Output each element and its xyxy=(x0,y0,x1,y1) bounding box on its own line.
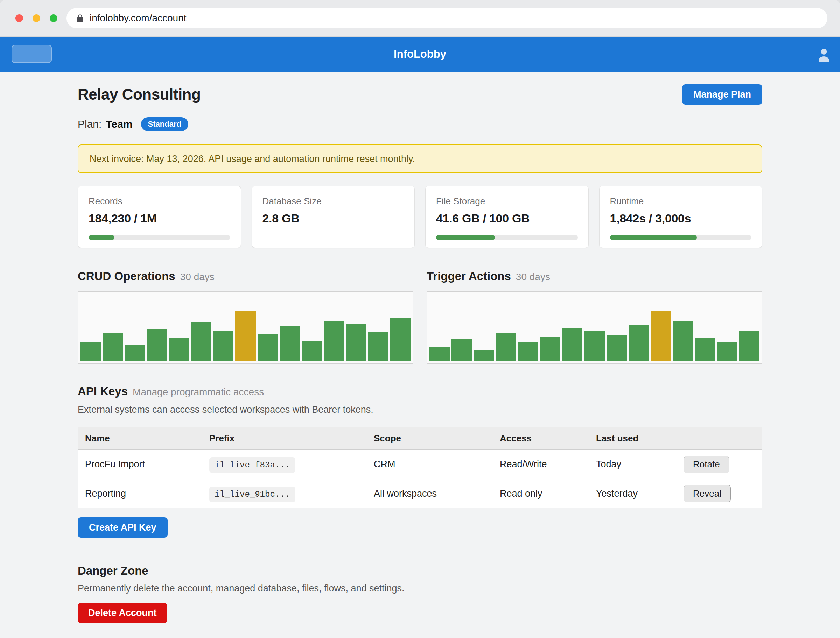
chart-bar xyxy=(169,338,189,361)
chart-bar xyxy=(717,343,737,361)
table-header-row: Name Prefix Scope Access Last used xyxy=(78,428,762,450)
lock-icon xyxy=(76,14,85,23)
chart-bar xyxy=(191,322,211,361)
maximize-window-button[interactable] xyxy=(50,14,57,22)
column-header-scope: Scope xyxy=(367,433,493,444)
section-divider xyxy=(78,551,762,552)
chart-bar xyxy=(390,317,411,361)
page-title: Relay Consulting xyxy=(78,86,201,103)
api-keys-title: API Keys xyxy=(78,385,128,398)
table-row: ProcFu Import il_live_f83a... CRM Read/W… xyxy=(78,450,762,479)
api-key-last-used: Yesterday xyxy=(589,488,677,499)
api-key-scope: CRM xyxy=(367,459,493,470)
chart-bar xyxy=(451,339,472,361)
api-keys-subtitle: Manage programmatic access xyxy=(133,387,264,398)
file-storage-progress-bar xyxy=(436,235,578,240)
runtime-card: Runtime 1,842s / 3,000s xyxy=(599,186,762,248)
chart-bar xyxy=(368,332,389,361)
reveal-key-button[interactable]: Reveal xyxy=(683,485,731,502)
chart-bar xyxy=(103,333,123,361)
chart-bar xyxy=(562,328,582,361)
api-keys-description: External systems can access selected wor… xyxy=(78,404,762,415)
chart-bar xyxy=(125,345,145,361)
column-header-access: Access xyxy=(493,433,589,444)
chart-subtitle: 30 days xyxy=(516,272,550,283)
api-key-access: Read/Write xyxy=(493,459,589,470)
danger-zone-description: Permanently delete the account, managed … xyxy=(78,583,762,594)
minimize-window-button[interactable] xyxy=(33,14,40,22)
chart-bar xyxy=(629,325,649,361)
stat-label: Database Size xyxy=(263,196,404,207)
activity-charts: CRUD Operations 30 days Trigger Actions … xyxy=(78,270,762,364)
chart-bar xyxy=(324,321,344,361)
navbar-placeholder-button[interactable] xyxy=(11,45,52,63)
browser-chrome: infolobby.com/account xyxy=(0,0,840,37)
records-card: Records 184,230 / 1M xyxy=(78,186,241,248)
invoice-notice-text: Next invoice: May 13, 2026. API usage an… xyxy=(90,153,415,164)
chart-bar xyxy=(429,347,450,361)
plan-tier-badge: Standard xyxy=(141,117,188,131)
chart-title: Trigger Actions xyxy=(427,270,511,283)
column-header-name: Name xyxy=(78,433,202,444)
api-key-prefix: il_live_f83a... xyxy=(209,457,296,473)
chart-bar xyxy=(651,311,671,361)
chart-bar xyxy=(346,324,366,361)
api-key-name: Reporting xyxy=(78,488,202,499)
chart-bar xyxy=(673,321,693,361)
plan-label: Plan: xyxy=(78,118,101,130)
api-keys-section: API Keys Manage programmatic access Exte… xyxy=(78,385,762,538)
chart-bar xyxy=(695,338,715,361)
chart-bar xyxy=(280,326,300,361)
delete-account-button[interactable]: Delete Account xyxy=(78,603,167,623)
stat-label: Records xyxy=(89,196,230,207)
stat-value: 41.6 GB / 100 GB xyxy=(436,212,578,225)
plan-name: Team xyxy=(106,118,132,130)
chart-title: CRUD Operations xyxy=(78,270,176,283)
window-controls xyxy=(16,14,57,22)
database-size-card: Database Size 2.8 GB xyxy=(252,186,415,248)
stat-label: Runtime xyxy=(610,196,752,207)
api-key-scope: All workspaces xyxy=(367,488,493,499)
account-page: Relay Consulting Manage Plan Plan: Team … xyxy=(78,84,762,623)
rotate-key-button[interactable]: Rotate xyxy=(683,456,729,473)
chart-bar xyxy=(213,330,233,361)
trigger-actions-chart-section: Trigger Actions 30 days xyxy=(427,270,762,364)
column-header-prefix: Prefix xyxy=(202,433,367,444)
chart-bar xyxy=(518,342,538,361)
table-row: Reporting il_live_91bc... All workspaces… xyxy=(78,479,762,508)
danger-zone-title: Danger Zone xyxy=(78,564,762,578)
chart-bar xyxy=(739,330,759,361)
usage-stats: Records 184,230 / 1M Database Size 2.8 G… xyxy=(78,186,762,248)
crud-operations-chart-section: CRUD Operations 30 days xyxy=(78,270,413,364)
address-bar[interactable]: infolobby.com/account xyxy=(66,8,827,28)
api-keys-table: Name Prefix Scope Access Last used ProcF… xyxy=(78,427,762,508)
stat-label: File Storage xyxy=(436,196,578,207)
api-key-prefix: il_live_91bc... xyxy=(209,486,296,502)
chart-bar xyxy=(584,331,604,361)
invoice-notice-banner: Next invoice: May 13, 2026. API usage an… xyxy=(78,144,762,173)
user-account-icon[interactable] xyxy=(817,46,831,64)
app-navbar: InfoLobby xyxy=(0,37,840,72)
url-text: infolobby.com/account xyxy=(90,13,187,24)
stat-value: 2.8 GB xyxy=(263,212,404,225)
create-api-key-button[interactable]: Create API Key xyxy=(78,517,168,538)
chart-bar xyxy=(302,341,322,361)
stat-value: 1,842s / 3,000s xyxy=(610,212,752,225)
trigger-actions-bar-chart xyxy=(427,291,762,364)
file-storage-card: File Storage 41.6 GB / 100 GB xyxy=(425,186,589,248)
records-progress-bar xyxy=(89,235,230,240)
api-key-last-used: Today xyxy=(589,459,677,470)
chart-bar xyxy=(473,350,494,361)
chart-subtitle: 30 days xyxy=(180,272,215,283)
browser-window: infolobby.com/account InfoLobby Relay Co… xyxy=(0,0,840,638)
stat-value: 184,230 / 1M xyxy=(89,212,230,225)
chart-bar xyxy=(235,311,256,361)
manage-plan-button[interactable]: Manage Plan xyxy=(682,84,762,104)
runtime-progress-bar xyxy=(610,235,752,240)
chart-bar xyxy=(258,335,278,361)
api-key-name: ProcFu Import xyxy=(78,459,202,470)
chart-bar xyxy=(540,337,560,361)
api-key-access: Read only xyxy=(493,488,589,499)
chart-bar xyxy=(147,329,167,361)
close-window-button[interactable] xyxy=(16,14,23,22)
